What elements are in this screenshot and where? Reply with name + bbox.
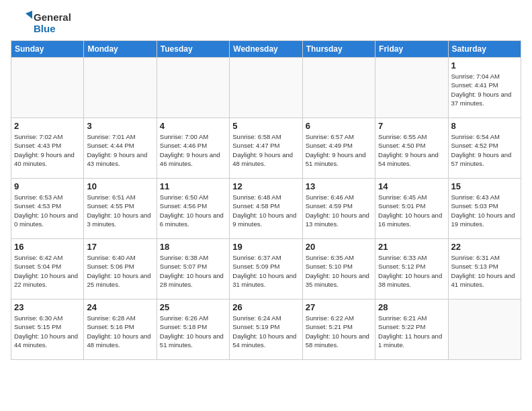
day-info: Sunrise: 6:53 AM Sunset: 4:53 PM Dayligh… bbox=[14, 193, 81, 228]
calendar-cell: 3Sunrise: 7:01 AM Sunset: 4:44 PM Daylig… bbox=[84, 118, 157, 179]
weekday-header-saturday: Saturday bbox=[448, 41, 521, 58]
day-info: Sunrise: 6:26 AM Sunset: 5:18 PM Dayligh… bbox=[160, 314, 226, 349]
day-number: 26 bbox=[232, 302, 299, 312]
weekday-header-friday: Friday bbox=[375, 41, 448, 58]
weekday-header-sunday: Sunday bbox=[11, 41, 84, 58]
calendar-cell: 14Sunrise: 6:45 AM Sunset: 5:01 PM Dayli… bbox=[375, 179, 448, 239]
calendar-cell: 25Sunrise: 6:26 AM Sunset: 5:18 PM Dayli… bbox=[157, 300, 229, 360]
day-number: 12 bbox=[232, 181, 299, 191]
day-info: Sunrise: 6:24 AM Sunset: 5:19 PM Dayligh… bbox=[232, 314, 299, 349]
day-info: Sunrise: 7:01 AM Sunset: 4:44 PM Dayligh… bbox=[87, 132, 153, 168]
calendar-cell bbox=[375, 58, 448, 118]
day-number: 18 bbox=[160, 242, 226, 252]
day-info: Sunrise: 7:02 AM Sunset: 4:43 PM Dayligh… bbox=[14, 132, 81, 168]
calendar-cell: 15Sunrise: 6:43 AM Sunset: 5:03 PM Dayli… bbox=[448, 179, 521, 239]
calendar-cell: 27Sunrise: 6:22 AM Sunset: 5:21 PM Dayli… bbox=[302, 300, 375, 360]
week-row-2: 2Sunrise: 7:02 AM Sunset: 4:43 PM Daylig… bbox=[11, 118, 521, 179]
logo-text: General Blue bbox=[34, 11, 71, 35]
day-info: Sunrise: 6:38 AM Sunset: 5:07 PM Dayligh… bbox=[160, 253, 226, 289]
day-number: 5 bbox=[232, 121, 299, 131]
calendar-cell: 22Sunrise: 6:31 AM Sunset: 5:13 PM Dayli… bbox=[448, 239, 521, 300]
day-number: 19 bbox=[232, 242, 299, 252]
week-row-3: 9Sunrise: 6:53 AM Sunset: 4:53 PM Daylig… bbox=[11, 179, 521, 239]
day-info: Sunrise: 6:46 AM Sunset: 4:59 PM Dayligh… bbox=[306, 193, 372, 228]
calendar-cell: 19Sunrise: 6:37 AM Sunset: 5:09 PM Dayli… bbox=[230, 239, 302, 300]
day-number: 10 bbox=[87, 181, 153, 191]
calendar-cell: 26Sunrise: 6:24 AM Sunset: 5:19 PM Dayli… bbox=[230, 300, 302, 360]
calendar-cell: 4Sunrise: 7:00 AM Sunset: 4:46 PM Daylig… bbox=[157, 118, 229, 179]
day-number: 1 bbox=[451, 60, 518, 71]
day-number: 25 bbox=[160, 302, 226, 312]
calendar-cell: 6Sunrise: 6:57 AM Sunset: 4:49 PM Daylig… bbox=[302, 118, 375, 179]
weekday-header-thursday: Thursday bbox=[302, 41, 375, 58]
day-number: 23 bbox=[14, 302, 81, 312]
day-info: Sunrise: 6:58 AM Sunset: 4:47 PM Dayligh… bbox=[232, 132, 299, 168]
day-info: Sunrise: 6:55 AM Sunset: 4:50 PM Dayligh… bbox=[378, 132, 445, 168]
day-info: Sunrise: 6:54 AM Sunset: 4:52 PM Dayligh… bbox=[451, 132, 518, 168]
calendar-cell: 8Sunrise: 6:54 AM Sunset: 4:52 PM Daylig… bbox=[448, 118, 521, 179]
calendar-cell: 10Sunrise: 6:51 AM Sunset: 4:55 PM Dayli… bbox=[84, 179, 157, 239]
day-info: Sunrise: 6:35 AM Sunset: 5:10 PM Dayligh… bbox=[306, 253, 372, 289]
week-row-1: 1Sunrise: 7:04 AM Sunset: 4:41 PM Daylig… bbox=[11, 58, 521, 118]
day-number: 21 bbox=[378, 242, 445, 252]
day-number: 27 bbox=[306, 302, 372, 312]
day-number: 20 bbox=[306, 242, 372, 252]
day-number: 8 bbox=[451, 121, 518, 131]
day-info: Sunrise: 6:43 AM Sunset: 5:03 PM Dayligh… bbox=[451, 193, 518, 228]
calendar-cell: 21Sunrise: 6:33 AM Sunset: 5:12 PM Dayli… bbox=[375, 239, 448, 300]
day-info: Sunrise: 7:04 AM Sunset: 4:41 PM Dayligh… bbox=[451, 72, 518, 107]
calendar-cell: 5Sunrise: 6:58 AM Sunset: 4:47 PM Daylig… bbox=[230, 118, 302, 179]
week-row-5: 23Sunrise: 6:30 AM Sunset: 5:15 PM Dayli… bbox=[11, 300, 521, 360]
calendar-cell: 1Sunrise: 7:04 AM Sunset: 4:41 PM Daylig… bbox=[448, 58, 521, 118]
calendar-cell: 28Sunrise: 6:21 AM Sunset: 5:22 PM Dayli… bbox=[375, 300, 448, 360]
day-number: 16 bbox=[14, 242, 81, 252]
day-info: Sunrise: 6:22 AM Sunset: 5:21 PM Dayligh… bbox=[306, 314, 372, 349]
day-number: 28 bbox=[378, 302, 445, 312]
calendar-cell bbox=[157, 58, 229, 118]
calendar-cell bbox=[302, 58, 375, 118]
day-number: 3 bbox=[87, 121, 153, 131]
day-info: Sunrise: 6:40 AM Sunset: 5:06 PM Dayligh… bbox=[87, 253, 153, 289]
calendar-cell: 17Sunrise: 6:40 AM Sunset: 5:06 PM Dayli… bbox=[84, 239, 157, 300]
day-info: Sunrise: 6:57 AM Sunset: 4:49 PM Dayligh… bbox=[306, 132, 372, 168]
logo: General Blue bbox=[11, 11, 71, 35]
calendar-cell bbox=[11, 58, 84, 118]
day-info: Sunrise: 6:31 AM Sunset: 5:13 PM Dayligh… bbox=[451, 253, 518, 289]
calendar-cell: 13Sunrise: 6:46 AM Sunset: 4:59 PM Dayli… bbox=[302, 179, 375, 239]
calendar-cell: 23Sunrise: 6:30 AM Sunset: 5:15 PM Dayli… bbox=[11, 300, 84, 360]
calendar-table: SundayMondayTuesdayWednesdayThursdayFrid… bbox=[11, 40, 521, 360]
calendar-cell: 20Sunrise: 6:35 AM Sunset: 5:10 PM Dayli… bbox=[302, 239, 375, 300]
logo-triangle-icon bbox=[11, 11, 32, 35]
calendar-cell bbox=[448, 300, 521, 360]
day-info: Sunrise: 6:45 AM Sunset: 5:01 PM Dayligh… bbox=[378, 193, 445, 228]
day-info: Sunrise: 6:48 AM Sunset: 4:58 PM Dayligh… bbox=[232, 193, 299, 228]
weekday-header-tuesday: Tuesday bbox=[157, 41, 229, 58]
calendar-cell: 9Sunrise: 6:53 AM Sunset: 4:53 PM Daylig… bbox=[11, 179, 84, 239]
day-info: Sunrise: 7:00 AM Sunset: 4:46 PM Dayligh… bbox=[160, 132, 226, 168]
weekday-header-monday: Monday bbox=[84, 41, 157, 58]
day-info: Sunrise: 6:28 AM Sunset: 5:16 PM Dayligh… bbox=[87, 314, 153, 349]
day-info: Sunrise: 6:33 AM Sunset: 5:12 PM Dayligh… bbox=[378, 253, 445, 289]
day-info: Sunrise: 6:30 AM Sunset: 5:15 PM Dayligh… bbox=[14, 314, 81, 349]
day-number: 14 bbox=[378, 181, 445, 191]
calendar-cell: 18Sunrise: 6:38 AM Sunset: 5:07 PM Dayli… bbox=[157, 239, 229, 300]
day-number: 7 bbox=[378, 121, 445, 131]
calendar-cell: 11Sunrise: 6:50 AM Sunset: 4:56 PM Dayli… bbox=[157, 179, 229, 239]
day-info: Sunrise: 6:37 AM Sunset: 5:09 PM Dayligh… bbox=[232, 253, 299, 289]
page-header: General Blue bbox=[11, 11, 521, 35]
day-number: 13 bbox=[306, 181, 372, 191]
day-number: 9 bbox=[14, 181, 81, 191]
day-info: Sunrise: 6:21 AM Sunset: 5:22 PM Dayligh… bbox=[378, 314, 445, 349]
day-number: 4 bbox=[160, 121, 226, 131]
day-number: 22 bbox=[451, 242, 518, 252]
day-number: 6 bbox=[306, 121, 372, 131]
day-number: 2 bbox=[14, 121, 81, 131]
day-info: Sunrise: 6:42 AM Sunset: 5:04 PM Dayligh… bbox=[14, 253, 81, 289]
weekday-header-wednesday: Wednesday bbox=[230, 41, 302, 58]
calendar-cell: 12Sunrise: 6:48 AM Sunset: 4:58 PM Dayli… bbox=[230, 179, 302, 239]
svg-marker-0 bbox=[26, 11, 32, 19]
day-number: 11 bbox=[160, 181, 226, 191]
calendar-cell bbox=[84, 58, 157, 118]
calendar-cell: 7Sunrise: 6:55 AM Sunset: 4:50 PM Daylig… bbox=[375, 118, 448, 179]
week-row-4: 16Sunrise: 6:42 AM Sunset: 5:04 PM Dayli… bbox=[11, 239, 521, 300]
